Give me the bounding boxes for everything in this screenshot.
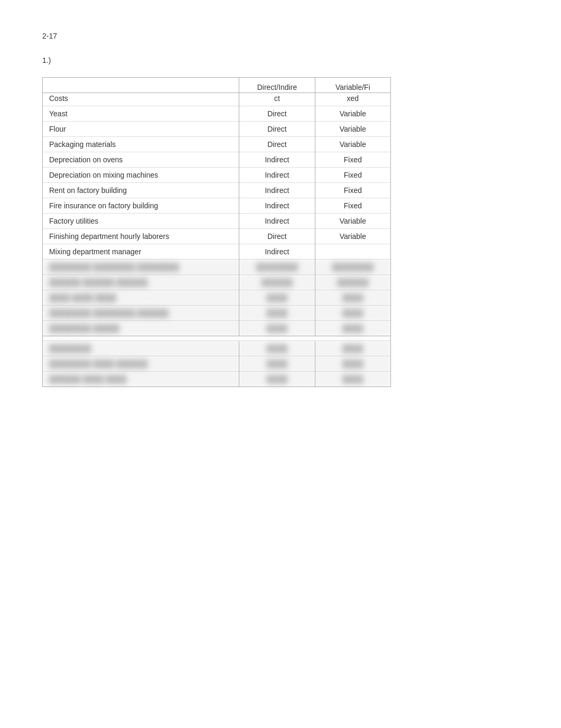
blurred-cell: ████████ █████ bbox=[43, 321, 239, 336]
table-row: Finishing department hourly laborersDire… bbox=[43, 229, 390, 244]
page-number: 2-17 bbox=[42, 32, 519, 40]
table-row: Rent on factory buildingIndirectFixed bbox=[43, 183, 390, 198]
table-row-blurred: ████████ ████ ██████████████ bbox=[43, 356, 390, 372]
table-row-blurred: ████████ ████████ ██████████████████████… bbox=[43, 260, 390, 275]
variable-fixed-cell: Variable bbox=[315, 214, 390, 229]
variable-fixed-cell: Fixed bbox=[315, 183, 390, 198]
cost-cell: Factory utilities bbox=[43, 214, 239, 229]
direct-indirect-cell: Direct bbox=[239, 122, 315, 137]
blurred-cell: ████ bbox=[315, 321, 390, 336]
direct-indirect-cell: Indirect bbox=[239, 183, 315, 198]
direct-indirect-cell: Indirect bbox=[239, 152, 315, 168]
table-row-blurred: ████ ████ ████████████ bbox=[43, 290, 390, 306]
col3-header-line1: Variable/Fi bbox=[315, 78, 390, 93]
blurred-cell: ████ bbox=[239, 341, 315, 356]
variable-fixed-cell: Variable bbox=[315, 229, 390, 244]
blurred-cell: ████ bbox=[315, 356, 390, 372]
blurred-cell: ████ bbox=[239, 356, 315, 372]
table-row-blurred: ████████ █████████████ bbox=[43, 321, 390, 336]
blurred-cell: ████ bbox=[315, 341, 390, 356]
cost-cell: Rent on factory building bbox=[43, 183, 239, 198]
direct-indirect-cell: Indirect bbox=[239, 244, 315, 260]
col1-header-line2: Costs bbox=[43, 93, 239, 106]
cost-cell: Finishing department hourly laborers bbox=[43, 229, 239, 244]
table-row-blurred: ████████ ████████ ██████████████ bbox=[43, 306, 390, 321]
variable-fixed-cell: Variable bbox=[315, 106, 390, 122]
direct-indirect-cell: Direct bbox=[239, 137, 315, 152]
blurred-cell: ████ bbox=[315, 306, 390, 321]
cost-cell: Fire insurance on factory building bbox=[43, 198, 239, 214]
table-row: Factory utilitiesIndirectVariable bbox=[43, 214, 390, 229]
blurred-cell: ████████ ████ ██████ bbox=[43, 356, 239, 372]
cost-cell: Mixing department manager bbox=[43, 244, 239, 260]
blurred-cell: ████ bbox=[239, 321, 315, 336]
blurred-cell: ████████ bbox=[239, 260, 315, 275]
blurred-cell: ████ bbox=[315, 372, 390, 387]
col3-header-line2: xed bbox=[315, 93, 390, 106]
col1-header-line1 bbox=[43, 78, 239, 93]
blurred-cell: ██████ bbox=[315, 275, 390, 290]
table-row: Depreciation on ovensIndirectFixed bbox=[43, 152, 390, 168]
variable-fixed-cell: Variable bbox=[315, 122, 390, 137]
direct-indirect-cell: Indirect bbox=[239, 214, 315, 229]
blurred-cell: ████ bbox=[239, 306, 315, 321]
blurred-cell: ████ bbox=[239, 290, 315, 306]
cost-cell: Yeast bbox=[43, 106, 239, 122]
direct-indirect-cell: Indirect bbox=[239, 168, 315, 183]
variable-fixed-cell: Variable bbox=[315, 137, 390, 152]
table-row: FlourDirectVariable bbox=[43, 122, 390, 137]
blurred-cell: ████ bbox=[239, 372, 315, 387]
table-row-blurred: ██████ ██████ ██████████████████ bbox=[43, 275, 390, 290]
table-row: Depreciation on mixing machinesIndirectF… bbox=[43, 168, 390, 183]
col2-header-line2: ct bbox=[239, 93, 315, 106]
direct-indirect-cell: Indirect bbox=[239, 198, 315, 214]
question-number: 1.) bbox=[42, 56, 519, 64]
blurred-cell: ██████ ████ ████ bbox=[43, 372, 239, 387]
table-container: Direct/Indire Variable/Fi Costs ct xed Y… bbox=[42, 77, 391, 387]
cost-cell: Depreciation on ovens bbox=[43, 152, 239, 168]
table-row: YeastDirectVariable bbox=[43, 106, 390, 122]
table-row: Fire insurance on factory buildingIndire… bbox=[43, 198, 390, 214]
table-row: Packaging materialsDirectVariable bbox=[43, 137, 390, 152]
cost-cell: Depreciation on mixing machines bbox=[43, 168, 239, 183]
cost-cell: Packaging materials bbox=[43, 137, 239, 152]
table-row-blurred: ████████████████ bbox=[43, 341, 390, 356]
cost-cell: Flour bbox=[43, 122, 239, 137]
blurred-cell: ████████ ████████ ████████ bbox=[43, 260, 239, 275]
col2-header-line1: Direct/Indire bbox=[239, 78, 315, 93]
blurred-cell: ██████ ██████ ██████ bbox=[43, 275, 239, 290]
blurred-cell: ████████ ████████ ██████ bbox=[43, 306, 239, 321]
blurred-cell: ████████ bbox=[315, 260, 390, 275]
blurred-cell: ████ bbox=[315, 290, 390, 306]
blurred-cell: ██████ bbox=[239, 275, 315, 290]
table-row: Mixing department managerIndirect bbox=[43, 244, 390, 260]
blurred-cell: ████ ████ ████ bbox=[43, 290, 239, 306]
variable-fixed-cell: Fixed bbox=[315, 168, 390, 183]
variable-fixed-cell bbox=[315, 244, 390, 260]
blurred-cell: ████████ bbox=[43, 341, 239, 356]
variable-fixed-cell: Fixed bbox=[315, 198, 390, 214]
table-row-blurred: ██████ ████ ████████████ bbox=[43, 372, 390, 387]
variable-fixed-cell: Fixed bbox=[315, 152, 390, 168]
direct-indirect-cell: Direct bbox=[239, 106, 315, 122]
direct-indirect-cell: Direct bbox=[239, 229, 315, 244]
